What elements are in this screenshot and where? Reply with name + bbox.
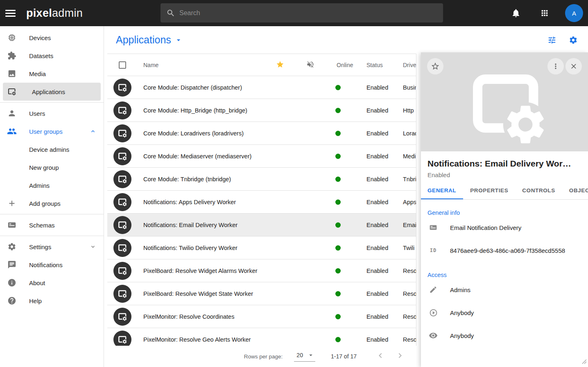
sidebar-item-user-groups[interactable]: User groups	[0, 122, 104, 140]
row-status: Enabled	[366, 199, 388, 205]
tab-properties[interactable]: PROPERTIES	[463, 187, 515, 199]
brand-light: admin	[52, 7, 83, 19]
more-vert-icon[interactable]	[547, 58, 564, 74]
sidebar-item-devices[interactable]: Devices	[0, 29, 104, 47]
brand-bold: pixel	[26, 7, 52, 19]
tab-general[interactable]: GENERAL	[421, 187, 463, 199]
chevron-down-icon[interactable]	[90, 243, 96, 250]
notifications-bell-icon[interactable]	[508, 5, 524, 21]
access-row-write: Admins	[421, 278, 588, 301]
online-dot	[335, 222, 341, 227]
page-title: Applications	[116, 34, 171, 46]
table-rows: Core Module: Dispatcher (dispatcher) Ena…	[107, 76, 416, 346]
online-dot	[335, 314, 341, 319]
row-driver: Medi	[403, 153, 416, 160]
row-driver: Twili	[403, 245, 414, 251]
hamburger-bars	[5, 8, 16, 18]
resize-handle[interactable]	[582, 358, 587, 366]
sidebar-item-device-admins[interactable]: Device admins	[0, 140, 104, 158]
chevron-left-icon[interactable]	[375, 351, 385, 362]
plus-icon	[7, 198, 17, 208]
row-driver: Http	[403, 107, 414, 114]
schema-card-icon	[429, 223, 438, 232]
table-row[interactable]: Notifications: Twilio Delivery Worker En…	[107, 236, 416, 259]
online-dot	[335, 268, 341, 273]
sidebar-item-add-groups[interactable]: Add groups	[0, 194, 104, 212]
brand-logo: pixeladmin	[26, 7, 83, 20]
sidebar-item-label: Help	[29, 297, 42, 304]
table-row[interactable]: PixelBoard: Resolve Widget State Worker …	[107, 282, 416, 305]
row-status: Enabled	[366, 84, 388, 91]
tune-filter-icon[interactable]	[547, 35, 557, 45]
table-row[interactable]: Core Module: Loradrivers (loradrivers) E…	[107, 122, 416, 145]
sidebar-item-label: About	[29, 279, 45, 286]
sidebar-item-about[interactable]: About	[0, 274, 104, 292]
app-settings-icon	[113, 308, 131, 326]
chevron-right-icon[interactable]	[395, 351, 405, 362]
gear-icon[interactable]	[568, 35, 578, 45]
row-driver: Reso	[403, 268, 416, 274]
table-row[interactable]: Notifications: Email Delivery Worker Ena…	[107, 214, 416, 236]
volume-off-icon[interactable]	[306, 60, 314, 70]
sidebar-item-schemas[interactable]: Schemas	[0, 216, 104, 234]
people-icon	[7, 126, 17, 136]
sidebar-item-datasets[interactable]: Datasets	[0, 47, 104, 65]
sidebar-item-label: Add groups	[29, 200, 61, 207]
sidebar-item-admins[interactable]: Admins	[0, 176, 104, 194]
table-row[interactable]: Core Module: Mediaserver (mediaserver) E…	[107, 145, 416, 168]
app-settings-icon	[113, 216, 131, 234]
app-settings-icon	[113, 79, 131, 97]
table-row[interactable]: PixelBoard: Resolve Widget Alarms Worker…	[107, 259, 416, 282]
avatar[interactable]: A	[565, 4, 583, 22]
close-icon[interactable]	[565, 58, 582, 74]
sidebar-item-applications[interactable]: Applications	[3, 83, 101, 101]
column-header-driver[interactable]: Driver	[403, 62, 416, 68]
tab-controls[interactable]: CONTROLS	[515, 187, 562, 199]
main-header: Applications	[104, 26, 588, 54]
sidebar-item-label: Users	[29, 110, 45, 117]
global-search[interactable]	[161, 3, 443, 23]
menu-icon[interactable]	[0, 0, 20, 26]
table-row[interactable]: Notifications: Apps Delivery Worker Enab…	[107, 191, 416, 214]
sidebar-item-new-group[interactable]: New group	[0, 158, 104, 176]
table-row[interactable]: PixelMonitor: Resolve Geo Alerts Worker …	[107, 328, 416, 346]
star-outline-icon[interactable]	[427, 58, 443, 74]
column-header-online[interactable]: Online	[337, 62, 353, 68]
access-read-value: Anybody	[450, 332, 474, 339]
tab-objects[interactable]: OBJECTS	[562, 187, 588, 199]
row-status: Enabled	[366, 268, 388, 274]
sidebar-item-users[interactable]: Users	[0, 104, 104, 122]
row-status: Enabled	[366, 222, 388, 228]
table-row[interactable]: Core Module: Tnbridge (tnbridge) Enabled…	[107, 168, 416, 191]
page-title-dropdown[interactable]: Applications	[116, 34, 183, 46]
row-name: Notifications: Apps Delivery Worker	[143, 199, 236, 205]
rows-per-page-select[interactable]: 20	[294, 351, 315, 362]
sidebar-item-media[interactable]: Media	[0, 65, 104, 83]
star-icon[interactable]	[276, 60, 284, 70]
table-header: Name Online Status Driver	[107, 54, 416, 76]
chevron-up-icon[interactable]	[90, 128, 96, 135]
online-dot	[335, 153, 341, 159]
row-status: Enabled	[366, 130, 388, 137]
column-header-name[interactable]: Name	[143, 62, 158, 68]
row-name: Core Module: Dispatcher (dispatcher)	[143, 84, 242, 91]
row-name: Core Module: Http_Bridge (http_bridge)	[143, 107, 247, 114]
online-dot	[335, 337, 341, 342]
sidebar-item-settings[interactable]: Settings	[0, 238, 104, 256]
table-row[interactable]: Core Module: Dispatcher (dispatcher) Ena…	[107, 76, 416, 99]
sidebar-item-label: Applications	[32, 88, 65, 95]
column-header-status[interactable]: Status	[366, 62, 383, 68]
search-input[interactable]	[179, 9, 437, 17]
row-status: Enabled	[366, 153, 388, 160]
rows-per-page-value: 20	[296, 352, 303, 358]
table-row[interactable]: Core Module: Http_Bridge (http_bridge) E…	[107, 99, 416, 122]
online-dot	[335, 291, 341, 296]
pencil-icon	[429, 285, 438, 294]
table-row[interactable]: PixelMonitor: Resolve Coordinates Enable…	[107, 305, 416, 328]
memory-chip-icon	[7, 33, 17, 43]
apps-grid-icon[interactable]	[536, 5, 553, 21]
sidebar-item-help[interactable]: Help	[0, 292, 104, 310]
select-all-checkbox[interactable]	[119, 61, 126, 69]
sidebar-item-label: New group	[29, 164, 59, 171]
sidebar-item-notifications[interactable]: Notifications	[0, 256, 104, 274]
